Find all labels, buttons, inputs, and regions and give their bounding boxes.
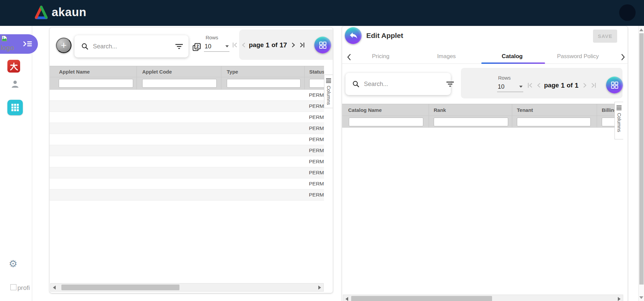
filter-list-icon[interactable] xyxy=(446,81,454,87)
table-row[interactable]: PERMIS xyxy=(50,178,324,189)
current-page: 1 xyxy=(560,82,566,89)
filter-input-type[interactable] xyxy=(227,79,301,88)
scroll-left-icon[interactable] xyxy=(53,286,56,290)
scroll-down-icon[interactable] xyxy=(639,296,643,299)
first-page-button[interactable] xyxy=(526,81,534,89)
card-view-toggle-button[interactable] xyxy=(606,77,623,93)
sidebar-item-applet-red-icon[interactable] xyxy=(7,60,20,73)
row-status: PERMIS xyxy=(309,147,324,154)
search-input[interactable] xyxy=(364,81,442,88)
row-status: PERMIS xyxy=(309,192,324,198)
column-header[interactable]: Applet Name xyxy=(50,66,137,77)
horizontal-scrollbar[interactable] xyxy=(343,295,623,301)
add-applet-button[interactable]: + xyxy=(56,38,71,53)
table-row[interactable]: PERMIS xyxy=(50,145,324,156)
page-word: page xyxy=(544,82,559,89)
row-status: PERMIS xyxy=(309,170,324,176)
column-header[interactable]: Type xyxy=(221,66,304,77)
column-header[interactable]: Catalog Name xyxy=(342,104,429,116)
column-header[interactable]: Status xyxy=(304,66,324,77)
table-row[interactable]: PERMIS xyxy=(50,90,324,101)
filter-list-icon[interactable] xyxy=(175,44,183,49)
save-button[interactable]: SAVE xyxy=(593,30,617,43)
row-status: PERMIS xyxy=(309,181,324,187)
grid-2x2-icon xyxy=(610,81,619,89)
tab-password-policy[interactable]: Password Policy xyxy=(545,50,611,64)
row-status: PERMIS xyxy=(309,114,324,120)
sidebar-item-user-icon[interactable] xyxy=(10,79,20,89)
next-page-button[interactable] xyxy=(289,41,297,49)
filter-input-applet-name[interactable] xyxy=(59,79,133,88)
sidebar-logo-banner[interactable]: logo xyxy=(0,34,38,54)
window-vertical-scrollbar[interactable] xyxy=(638,26,644,301)
columns-side-tab[interactable]: Columns xyxy=(324,75,333,108)
table-row[interactable]: PERMIS xyxy=(50,189,324,201)
menu-open-icon[interactable] xyxy=(23,41,33,47)
card-view-toggle-button[interactable] xyxy=(314,37,331,53)
rows-per-page-value: 10 xyxy=(205,43,211,50)
chevron-down-icon xyxy=(519,86,523,88)
column-header[interactable]: Rank xyxy=(429,104,512,116)
previous-page-button[interactable] xyxy=(535,81,543,89)
column-header[interactable]: Tenant xyxy=(512,104,597,116)
filter-input-tenant[interactable] xyxy=(517,118,591,126)
column-header[interactable]: Applet Code xyxy=(137,66,221,77)
last-page-button[interactable] xyxy=(590,81,598,89)
filter-input-applet-code[interactable] xyxy=(142,79,217,88)
scrollbar-thumb[interactable] xyxy=(639,33,644,285)
columns-side-tab[interactable]: Columns xyxy=(614,102,623,139)
search-icon xyxy=(352,80,360,88)
table-row[interactable]: PERMIS xyxy=(50,134,324,145)
scrollbar-thumb[interactable] xyxy=(351,296,492,301)
scroll-left-icon[interactable] xyxy=(345,297,348,301)
scroll-up-icon[interactable] xyxy=(639,29,643,31)
tab-images[interactable]: Images xyxy=(414,50,479,64)
scroll-right-icon[interactable] xyxy=(318,286,321,290)
table-row[interactable]: PERMIS xyxy=(50,101,324,112)
tab-bar: Pricing Images Catalog Password Policy xyxy=(342,50,628,64)
pagination: page 1 of 17 xyxy=(231,41,306,49)
view-pages-2-icon[interactable]: 2 xyxy=(192,43,201,52)
chevron-down-icon xyxy=(225,45,229,47)
horizontal-scrollbar[interactable] xyxy=(50,283,324,292)
settings-gear-icon[interactable]: ⚙ xyxy=(9,259,17,269)
broken-image-placeholder-icon xyxy=(10,284,16,290)
filter-input-status[interactable] xyxy=(309,79,324,88)
sidebar: logo ⚙ xyxy=(0,26,32,301)
rows-per-page-select[interactable]: 10 xyxy=(204,42,229,52)
user-avatar[interactable] xyxy=(619,4,636,21)
chinese-da-glyph-icon xyxy=(9,62,18,71)
grid-2x2-icon xyxy=(319,41,327,49)
table-filter-row xyxy=(50,77,324,90)
akaun-triangle-icon xyxy=(34,5,49,19)
filter-input-catalog-name[interactable] xyxy=(349,118,423,126)
logo-alt-text: logo xyxy=(1,44,14,52)
sidebar-item-apps-grid-button[interactable] xyxy=(7,100,23,115)
table-row[interactable]: PERMIS xyxy=(50,123,324,134)
row-status: PERMIS xyxy=(309,92,324,98)
scroll-right-icon[interactable] xyxy=(618,297,621,301)
table-row[interactable]: PERMIS xyxy=(50,156,324,167)
filter-input-billing[interactable] xyxy=(602,118,614,126)
last-page-button[interactable] xyxy=(298,41,306,49)
tab-catalog[interactable]: Catalog xyxy=(479,50,545,64)
tab-pricing[interactable]: Pricing xyxy=(348,50,414,64)
total-pages: 1 xyxy=(574,82,579,89)
row-status: PERMIS xyxy=(309,103,324,109)
back-button[interactable] xyxy=(345,27,362,44)
column-header[interactable]: Billing ... xyxy=(597,104,614,116)
next-page-button[interactable] xyxy=(581,81,589,89)
scrollbar-thumb[interactable] xyxy=(61,285,179,290)
filter-input-rank[interactable] xyxy=(434,118,508,126)
tabs-scroll-right-icon[interactable] xyxy=(620,53,626,61)
search-input[interactable] xyxy=(93,43,171,50)
table-row[interactable]: PERMIS xyxy=(50,167,324,178)
previous-page-button[interactable] xyxy=(240,41,248,49)
profile-broken-image[interactable]: profi xyxy=(10,284,30,292)
applet-list-panel: + 2 Rows 10 xyxy=(50,28,333,293)
table-row[interactable]: PERMIS xyxy=(50,112,324,123)
svg-text:2: 2 xyxy=(197,44,199,49)
first-page-button[interactable] xyxy=(231,41,239,49)
brand-logo: akaun xyxy=(34,5,87,19)
rows-per-page-select[interactable]: 10 xyxy=(497,83,523,92)
